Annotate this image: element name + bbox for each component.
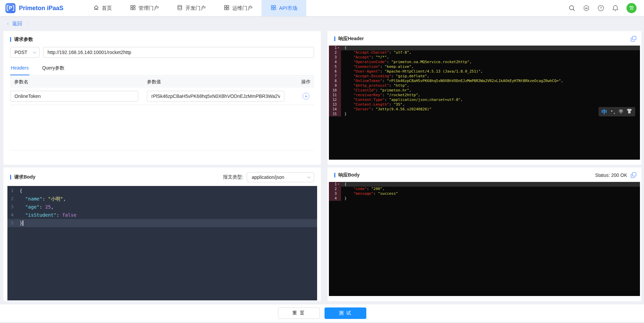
code-line: 4 } (329, 196, 640, 201)
top-navbar: P Primeton iPaaS 首页 管理门户 开发门户 运维门户 API市场… (0, 0, 644, 16)
help-icon[interactable]: ? (597, 5, 604, 11)
bell-icon[interactable] (612, 5, 619, 11)
code-line: 4 "isStudent": false (7, 211, 317, 219)
title-accent-bar (334, 36, 335, 41)
chevron-down-icon (307, 176, 311, 179)
code-line: 10 "ClientId": "primeton.hr", (329, 88, 640, 93)
code-line: 3 "age": 25, (7, 203, 317, 211)
nav-item-label: API市场 (279, 5, 297, 11)
back-label: 返回 (12, 21, 22, 27)
code-line: 2 "code": "200", (329, 187, 640, 191)
nav-item-label: 开发门户 (185, 5, 206, 11)
chevron-left-icon (6, 23, 10, 25)
code-line: 3 "message": "success" (329, 191, 640, 196)
tab-headers[interactable]: Headers (10, 63, 29, 75)
code-line: 4 "OperationCode": "primeton.oa.MQServic… (329, 60, 640, 64)
copy-icon[interactable] (631, 172, 637, 178)
param-tabs: Headers Query参数 (10, 63, 314, 76)
code-line: 1 { (7, 187, 317, 195)
column-name: 参数名 (10, 79, 147, 85)
ime-status-bar[interactable]: 中 °, 半 (599, 107, 635, 116)
test-button[interactable]: 测 试 (325, 307, 366, 319)
grid-icon (130, 5, 136, 11)
grid-icon (224, 5, 229, 11)
column-value: 参数值 (147, 79, 290, 85)
tab-query-params[interactable]: Query参数 (41, 63, 65, 75)
title-accent-bar (334, 173, 335, 178)
brand[interactable]: P Primeton iPaaS (0, 0, 84, 16)
code-line: 3 "Accept": "*/*", (329, 55, 640, 60)
column-action: 操作 (290, 79, 314, 85)
nav-item-label: 运维门户 (232, 5, 252, 11)
code-line: 9 "$http_protocol": "http", (329, 83, 640, 88)
body-type-select[interactable]: application/json (247, 172, 314, 182)
svg-text:?: ? (600, 6, 602, 10)
nav-item-ops-portal[interactable]: 运维门户 (215, 0, 262, 16)
param-name-input[interactable] (10, 91, 138, 102)
code-line: 5 } (7, 219, 317, 227)
status-badge: Status: 200 OK (595, 172, 627, 178)
chevron-down-icon (33, 51, 36, 54)
avatar[interactable]: 管 (626, 3, 637, 13)
body-type-label: 报文类型: (223, 174, 243, 180)
response-body-panel: 响应Body Status: 200 OK 1▾{2 "code": "200"… (328, 167, 641, 301)
ime-punctuation-indicator: °, (610, 109, 616, 114)
body-type-value: application/json (252, 174, 284, 180)
divider (10, 150, 314, 151)
back-button[interactable]: 返回 (6, 21, 22, 27)
method-select[interactable]: POST (10, 47, 40, 58)
search-icon[interactable] (569, 5, 575, 11)
code-line: 2 "name": "小明", (7, 195, 317, 203)
table-row: + (10, 88, 314, 105)
navbar-right: AI ? 管 (569, 0, 644, 16)
ai-assistant-icon[interactable]: AI (583, 5, 590, 11)
code-line: 1▾{ (329, 46, 640, 50)
title-accent-bar (10, 37, 11, 42)
nav-item-api-market[interactable]: API市场 (262, 0, 306, 16)
add-param-button[interactable]: + (303, 93, 309, 100)
response-header-title: 响应Header (334, 36, 364, 42)
request-body-title: 请求Body (10, 174, 35, 180)
code-line: 5 "Connection": "keep-alive", (329, 64, 640, 69)
param-table-header: 参数名 参数值 操作 (10, 76, 314, 88)
request-params-panel: 请求参数 POST Headers Query参数 参数名 参数值 操作 (3, 31, 321, 165)
nav-item-dev-portal[interactable]: 开发门户 (168, 0, 215, 16)
nav-menu: 首页 管理门户 开发门户 运维门户 API市场 (84, 0, 306, 16)
code-line: 8 "OnlineToken": "rPlSk46zpCBaH5vPK68hq5… (329, 79, 640, 83)
primeton-logo-icon: P (5, 3, 16, 13)
response-header-editor[interactable]: 中 °, 半 1▾{2 "Accept-Charset": "utf-8",3 … (329, 46, 640, 160)
home-icon (93, 5, 99, 11)
code-line: 13 "Content-Length": "35", (329, 102, 640, 107)
title-accent-bar (10, 175, 11, 180)
request-params-title: 请求参数 (10, 36, 314, 43)
nav-item-admin-portal[interactable]: 管理门户 (121, 0, 168, 16)
ime-skin-icon (626, 109, 632, 115)
code-line: 11 "receiverKey": "/rocket2http", (329, 93, 640, 98)
ime-language-indicator: 中 (602, 109, 607, 115)
footer-action-bar: 重 置 测 试 (0, 304, 644, 322)
response-header-panel: 响应Header 中 °, 半 1▾{2 "Accept-Charset": "… (328, 31, 641, 165)
code-line: 1▾{ (329, 182, 640, 187)
nav-item-home[interactable]: 首页 (84, 0, 121, 16)
response-body-editor[interactable]: 1▾{2 "code": "200",3 "message": "success… (329, 182, 640, 296)
code-line: 7 "Accept-Encoding": "gzip,deflate", (329, 74, 640, 79)
method-value: POST (14, 50, 27, 55)
brand-name: Primeton iPaaS (19, 5, 63, 12)
param-value-input[interactable] (147, 91, 284, 102)
code-line: 15 } (329, 112, 640, 116)
text-cursor (23, 220, 23, 226)
reset-button[interactable]: 重 置 (278, 307, 320, 319)
request-body-editor[interactable]: 1 {2 "name": "小明",3 "age": 25,4 "isStude… (7, 186, 317, 300)
url-input[interactable] (43, 47, 314, 58)
ime-halfwidth-indicator: 半 (619, 109, 623, 115)
request-body-panel: 请求Body 报文类型: application/json 1 {2 "name… (3, 167, 321, 301)
nav-item-label: 管理门户 (139, 5, 159, 11)
svg-text:AI: AI (585, 7, 588, 10)
code-line: 12 "Content-Type": "application/json;cha… (329, 98, 640, 102)
grid-icon (271, 5, 276, 11)
divider (28, 21, 28, 26)
main-content: 请求参数 POST Headers Query参数 参数名 参数值 操作 (0, 31, 644, 301)
back-bar: 返回 (0, 16, 644, 31)
database-icon (177, 5, 183, 11)
copy-icon[interactable] (631, 36, 637, 42)
